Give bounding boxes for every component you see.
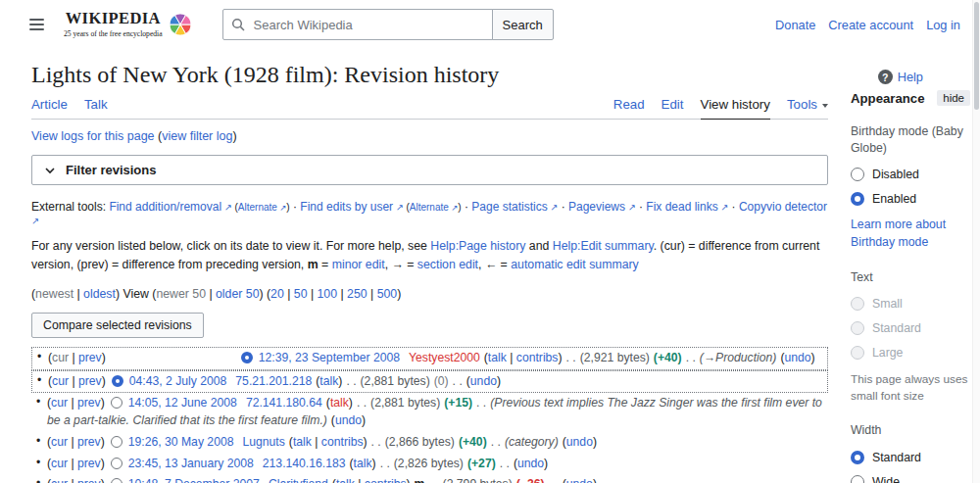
revision-select-radio[interactable] <box>111 458 122 469</box>
revision-select-radio[interactable] <box>111 478 122 483</box>
tab-edit[interactable]: Edit <box>662 97 684 119</box>
user-link[interactable]: Yestyest2000 <box>409 351 480 364</box>
compare-selected-revisions-button[interactable]: Compare selected revisions <box>31 313 204 338</box>
appearance-option-standard[interactable]: Standard <box>851 451 970 464</box>
appearance-option-enabled[interactable]: Enabled <box>851 192 970 206</box>
user-talk-link[interactable]: talk <box>319 374 338 388</box>
tab-read[interactable]: Read <box>613 97 645 119</box>
appearance-option-disabled[interactable]: Disabled <box>851 168 970 181</box>
tab-tools[interactable]: Tools <box>787 97 828 119</box>
find-edits-by-user-link[interactable]: Find edits by user <box>300 200 393 214</box>
cur-link[interactable]: cur <box>51 477 68 483</box>
help-edit-summary-link[interactable]: Help:Edit summary <box>553 239 654 253</box>
undo-link[interactable]: undo <box>566 435 593 449</box>
search-button[interactable]: Search <box>492 9 554 40</box>
undo-link[interactable]: undo <box>784 351 810 364</box>
user-link[interactable]: Clarityfiend <box>269 477 328 483</box>
user-link[interactable]: 213.140.16.183 <box>263 457 346 470</box>
user-talk-link[interactable]: talk <box>293 435 312 449</box>
revision-select-radio[interactable] <box>111 397 122 409</box>
revision-date-link[interactable]: 14:05, 12 June 2008 <box>128 396 237 410</box>
radio-button[interactable] <box>851 475 864 483</box>
user-talk-link[interactable]: talk <box>330 396 349 410</box>
view-filter-log-link[interactable]: view filter log <box>162 129 232 143</box>
help-link[interactable]: ? Help <box>878 70 923 84</box>
revision-select-radio[interactable] <box>111 436 122 448</box>
search-box[interactable] <box>222 9 493 40</box>
minor-edit-link[interactable]: minor edit <box>332 258 385 271</box>
prev-link[interactable]: prev <box>77 457 101 470</box>
cur-link[interactable]: cur <box>51 435 68 449</box>
page-statistics-link[interactable]: Page statistics <box>471 200 547 214</box>
filter-revisions-toggle[interactable]: Filter revisions <box>31 155 828 185</box>
search-input[interactable] <box>252 17 484 33</box>
limit-100-link[interactable]: 100 <box>318 287 338 301</box>
appearance-hide-button[interactable]: hide <box>937 90 970 106</box>
find-addition-removal-link[interactable]: Find addition/removal <box>109 200 221 214</box>
cur-link[interactable]: cur <box>51 457 68 470</box>
user-talk-link[interactable]: talk <box>336 477 355 483</box>
learn-more-link[interactable]: Learn more about Birthday mode <box>851 217 970 252</box>
help-page-history-link[interactable]: Help:Page history <box>430 239 525 253</box>
user-link[interactable]: 75.21.201.218 <box>235 374 312 388</box>
user-contribs-link[interactable]: contribs <box>321 435 364 449</box>
radio-button[interactable] <box>851 451 864 464</box>
prev-link[interactable]: prev <box>77 477 101 483</box>
user-contribs-link[interactable]: contribs <box>516 351 559 364</box>
limit-20-link[interactable]: 20 <box>270 287 284 301</box>
undo-link[interactable]: undo <box>470 374 497 388</box>
revision-date-link[interactable]: 04:43, 2 July 2008 <box>129 374 227 388</box>
donate-link[interactable]: Donate <box>775 18 815 32</box>
tab-article[interactable]: Article <box>31 97 68 119</box>
section-edit-link[interactable]: section edit <box>417 258 478 271</box>
tab-view-history[interactable]: View history <box>701 97 770 120</box>
radio-button[interactable] <box>851 168 864 181</box>
undo-link[interactable]: undo <box>566 477 593 483</box>
cur-link[interactable]: cur <box>52 374 69 388</box>
user-link[interactable]: 72.141.180.64 <box>246 396 322 410</box>
user-link[interactable]: Lugnuts <box>242 435 284 449</box>
alternate-link[interactable]: Alternate <box>238 202 277 213</box>
revision-select-radio[interactable] <box>241 352 253 363</box>
log-in-link[interactable]: Log in <box>926 18 960 32</box>
byte-change: (+40) <box>654 351 682 364</box>
appearance-option-wide[interactable]: Wide <box>851 475 970 483</box>
revision-date-link[interactable]: 19:26, 30 May 2008 <box>128 435 234 449</box>
revision-select-radio[interactable] <box>112 375 123 387</box>
prev-link[interactable]: prev <box>78 351 102 364</box>
undo-link[interactable]: undo <box>517 457 544 470</box>
view-logs-link[interactable]: View logs for this page <box>31 129 155 143</box>
scrollbar[interactable] <box>972 0 980 483</box>
create-account-link[interactable]: Create account <box>828 18 913 32</box>
user-contribs-link[interactable]: contribs <box>365 477 407 483</box>
separator: . . <box>380 457 390 470</box>
alternate-link[interactable]: Alternate <box>410 202 449 213</box>
radio-button[interactable] <box>851 192 864 206</box>
older-50-link[interactable]: older 50 <box>216 287 259 301</box>
revision-date-link[interactable]: 23:45, 13 January 2008 <box>128 457 254 470</box>
scrollbar-thumb[interactable] <box>974 2 979 110</box>
automatic-edit-summary-link[interactable]: automatic edit summary <box>511 258 639 271</box>
inline-text: = <box>318 258 332 271</box>
prev-link[interactable]: prev <box>77 396 101 410</box>
user-talk-link[interactable]: talk <box>354 457 372 470</box>
prev-link[interactable]: prev <box>78 374 102 388</box>
separator: . . <box>371 435 381 449</box>
revision-row: (cur | prev)19:26, 30 May 2008Lugnuts(ta… <box>31 432 828 454</box>
copyvio-detector-link[interactable]: Copyvio detector <box>739 200 827 214</box>
cur-link[interactable]: cur <box>51 396 68 410</box>
limit-500-link[interactable]: 500 <box>377 287 398 301</box>
revision-date-link[interactable]: 10:48, 7 December 2007 <box>128 477 260 483</box>
fix-dead-links-link[interactable]: Fix dead links <box>646 200 717 214</box>
main-menu-icon[interactable] <box>24 13 50 36</box>
oldest-link[interactable]: oldest <box>83 287 116 301</box>
user-talk-link[interactable]: talk <box>488 351 507 364</box>
prev-link[interactable]: prev <box>77 435 101 449</box>
limit-250-link[interactable]: 250 <box>347 287 368 301</box>
wikipedia-logo[interactable]: WIKIPEDIA 25 years of the free encyclope… <box>64 11 193 38</box>
pageviews-link[interactable]: Pageviews <box>568 200 625 214</box>
revision-date-link[interactable]: 12:39, 23 September 2008 <box>259 351 400 364</box>
undo-link[interactable]: undo <box>335 413 362 427</box>
limit-50-link[interactable]: 50 <box>294 287 308 301</box>
tab-talk[interactable]: Talk <box>84 97 108 119</box>
